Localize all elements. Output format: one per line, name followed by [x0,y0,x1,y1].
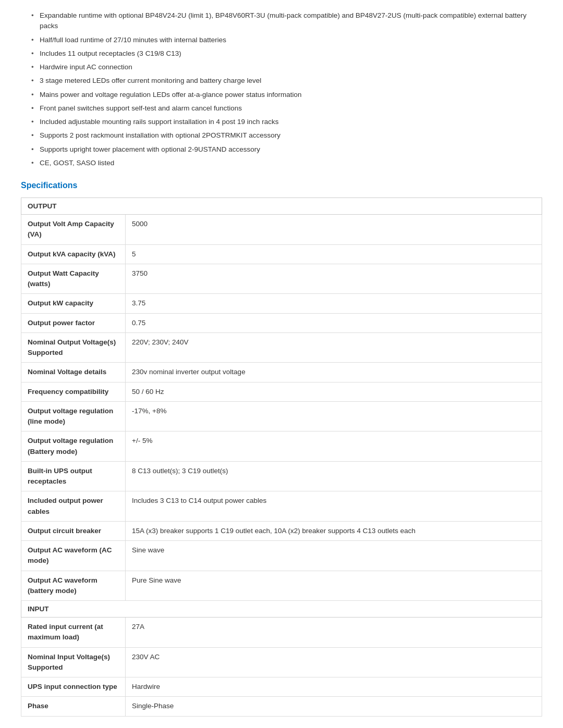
table-row: Output AC waveform (battery mode)Pure Si… [21,571,542,601]
spec-value: 50 / 60 Hz [126,382,542,401]
spec-value: 5000 [126,215,542,245]
spec-value: 3.75 [126,294,542,313]
table-row: Frequency compatibility50 / 60 Hz [21,382,542,401]
spec-value: -17%, +8% [126,401,542,431]
spec-value: 230V AC [126,647,542,677]
table-row: Output AC waveform (AC mode)Sine wave [21,541,542,571]
spec-label: Output circuit breaker [21,521,126,540]
spec-value: Sine wave [126,541,542,571]
spec-label: UPS input connection type [21,677,126,697]
specifications-table: OUTPUTOutput Volt Amp Capacity (VA)5000O… [21,198,542,717]
feature-list-item: CE, GOST, SASO listed [31,158,542,168]
spec-label: Output voltage regulation (Battery mode) [21,431,126,462]
spec-label: Output power factor [21,313,126,332]
spec-label: Output Watt Capacity (watts) [21,264,126,294]
spec-value: 8 C13 outlet(s); 3 C19 outlet(s) [126,461,542,491]
spec-value: 27A [126,618,542,648]
feature-list-item: Front panel switches support self-test a… [31,103,542,114]
spec-value: +/- 5% [126,431,542,462]
table-row: Output Watt Capacity (watts)3750 [21,264,542,294]
table-row: Built-in UPS output receptacles8 C13 out… [21,461,542,491]
table-row: Output circuit breaker15A (x3) breaker s… [21,521,542,540]
spec-value: 15A (x3) breaker supports 1 C19 outlet e… [126,521,542,540]
input-section-header: INPUT [21,601,542,618]
spec-label: Nominal Output Voltage(s) Supported [21,332,126,363]
table-row: PhaseSingle-Phase [21,697,542,716]
spec-label: Nominal Voltage details [21,363,126,382]
feature-list-item: Expandable runtime with optional BP48V24… [31,10,542,32]
spec-label: Output AC waveform (AC mode) [21,541,126,571]
spec-label: Rated input current (at maximum load) [21,618,126,648]
table-row: Rated input current (at maximum load)27A [21,618,542,648]
spec-value: 230v nominal inverter output voltage [126,363,542,382]
feature-list-item: Includes 11 output receptacles (3 C19/8 … [31,48,542,59]
feature-list: Expandable runtime with optional BP48V24… [31,10,542,168]
output-section-header: OUTPUT [21,198,542,215]
table-row: Nominal Voltage details230v nominal inve… [21,363,542,382]
table-row: Nominal Output Voltage(s) Supported220V;… [21,332,542,363]
spec-value: Single-Phase [126,697,542,716]
table-row: UPS input connection typeHardwire [21,677,542,697]
spec-label: Output AC waveform (battery mode) [21,571,126,601]
feature-list-item: Hardwire input AC connection [31,62,542,72]
spec-value: 5 [126,244,542,264]
spec-label: Output Volt Amp Capacity (VA) [21,215,126,245]
table-row: Output kW capacity3.75 [21,294,542,313]
table-row: Output voltage regulation (line mode)-17… [21,401,542,431]
spec-label: Included output power cables [21,491,126,522]
spec-label: Frequency compatibility [21,382,126,401]
spec-value: 3750 [126,264,542,294]
spec-value: Pure Sine wave [126,571,542,601]
table-row: Output Volt Amp Capacity (VA)5000 [21,215,542,245]
feature-list-item: Included adjustable mounting rails suppo… [31,117,542,127]
feature-list-item: Supports 2 post rackmount installation w… [31,130,542,141]
feature-list-item: Mains power and voltage regulation LEDs … [31,90,542,100]
spec-label: Phase [21,697,126,716]
specifications-heading: Specifications [21,181,542,190]
table-row: Included output power cablesIncludes 3 C… [21,491,542,522]
spec-value: Includes 3 C13 to C14 output power cable… [126,491,542,522]
spec-label: Output voltage regulation (line mode) [21,401,126,431]
spec-label: Nominal Input Voltage(s) Supported [21,647,126,677]
table-row: Output power factor0.75 [21,313,542,332]
spec-value: 0.75 [126,313,542,332]
spec-value: Hardwire [126,677,542,697]
table-row: Nominal Input Voltage(s) Supported230V A… [21,647,542,677]
spec-value: 220V; 230V; 240V [126,332,542,363]
table-row: Output kVA capacity (kVA)5 [21,244,542,264]
spec-label: Output kVA capacity (kVA) [21,244,126,264]
spec-label: Built-in UPS output receptacles [21,461,126,491]
spec-label: Output kW capacity [21,294,126,313]
feature-list-item: Half/full load runtime of 27/10 minutes … [31,35,542,45]
feature-list-item: Supports upright tower placement with op… [31,144,542,155]
table-row: Output voltage regulation (Battery mode)… [21,431,542,462]
feature-list-item: 3 stage metered LEDs offer current monit… [31,76,542,86]
